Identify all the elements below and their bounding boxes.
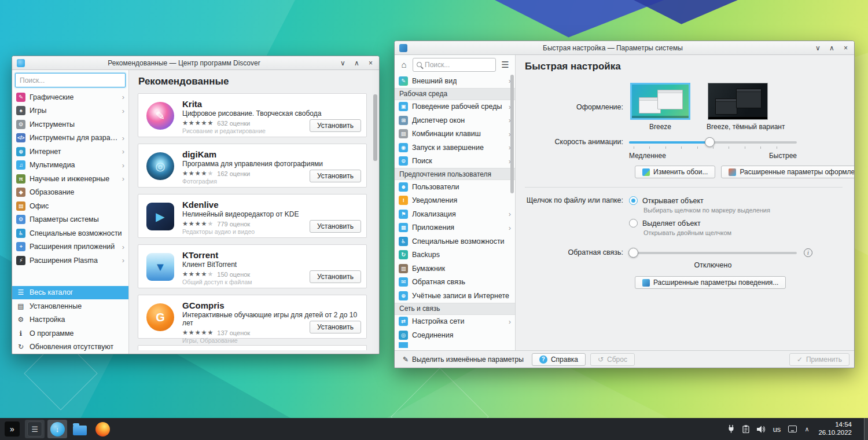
settings-sidebar-item[interactable]: ▣Поведение рабочей среды› — [395, 100, 515, 114]
theme-breeze-dark-preview — [708, 83, 768, 120]
app-launcher-button[interactable]: » — [2, 420, 22, 438]
close-button[interactable]: × — [842, 42, 849, 54]
settings-sidebar-item[interactable]: ◉Запуск и завершение› — [395, 141, 515, 155]
taskbar-system-settings-task[interactable]: ☰ — [25, 420, 45, 438]
install-button[interactable]: Установить — [310, 119, 361, 132]
app-card[interactable]: ◎digiKamПрограмма для управления фотогра… — [138, 144, 367, 188]
settings-sidebar-item[interactable]: ◎Соединения — [395, 328, 515, 342]
discover-category-item[interactable]: ▤Офис — [12, 199, 128, 213]
app-card[interactable]: GGComprisИнтерактивные обучающие игры дл… — [138, 295, 367, 339]
settings-sidebar-item[interactable]: ▥Бумажник — [395, 262, 515, 276]
taskbar-firefox-task[interactable] — [93, 420, 112, 438]
app-description: Цифровое рисование. Творческая свобода — [182, 109, 359, 118]
discover-category-item[interactable]: ✎Графические› — [12, 90, 128, 104]
settings-sidebar-item[interactable]: ⊕Учётные записи в Интернете — [395, 289, 515, 303]
keyboard-layout-indicator[interactable]: us — [773, 425, 781, 434]
maximize-button[interactable]: ∧ — [828, 42, 836, 54]
app-card[interactable]: ▶KdenliveНелинейный видеоредактор от KDE… — [138, 194, 367, 238]
kdenlive-app-icon: ▶ — [146, 203, 174, 230]
discover-search-input[interactable] — [15, 73, 126, 87]
settings-search-field[interactable] — [413, 58, 496, 72]
discover-nav-item[interactable]: ⚙Настройка — [12, 313, 128, 327]
discover-category-item[interactable]: πНаучные и инженерные› — [12, 172, 128, 186]
discover-nav-item[interactable]: ↻Обновления отсутствуют — [12, 340, 128, 354]
close-button[interactable]: × — [367, 57, 374, 69]
apply-button[interactable]: ✓ Применить — [789, 353, 849, 366]
discover-category-item[interactable]: </>Инструменты для разработ...› — [12, 131, 128, 145]
scrollbar-thumb[interactable] — [373, 94, 377, 161]
advanced-behavior-button[interactable]: Расширенные параметры поведения... — [635, 276, 786, 289]
settings-window-title: Быстрая настройка — Параметры системы — [418, 44, 808, 52]
settings-sidebar-item[interactable]: ✉Обратная связь — [395, 276, 515, 289]
science-category-icon: π — [16, 174, 25, 184]
discover-category-item[interactable]: ♠Игры› — [12, 104, 128, 118]
app-card[interactable]: ✎KritaЦифровое рисование. Творческая сво… — [138, 93, 367, 137]
discover-category-item[interactable]: ◆Образование — [12, 186, 128, 200]
info-icon[interactable]: i — [804, 248, 812, 257]
discover-window-icon — [17, 59, 25, 67]
defaults-button[interactable]: ↺ Сброс — [590, 353, 635, 366]
theme-breeze-dark[interactable]: Breeze, тёмный вариант — [707, 83, 769, 131]
app-card[interactable]: ▼KTorrentКлиент BitTorrent★★★★★150 оцено… — [138, 244, 367, 288]
settings-sidebar-item[interactable]: !Уведомления — [395, 194, 515, 208]
settings-titlebar[interactable]: Быстрая настройка — Параметры системы ∨ … — [395, 41, 854, 55]
menu-icon[interactable]: ☰ — [499, 60, 512, 70]
settings-sidebar-item[interactable]: ▤Комбинации клавиш› — [395, 127, 515, 141]
radio-open-object[interactable]: Открывает объект — [629, 196, 770, 205]
highlight-changed-settings-button[interactable]: ✎ Выделить изменённые параметры — [399, 354, 527, 365]
discover-category-item[interactable]: ⚡Расширения Plasma› — [12, 254, 128, 267]
settings-sidebar-item[interactable]: ♿Специальные возможности — [395, 234, 515, 248]
animation-speed-slider[interactable] — [629, 137, 797, 147]
accessibility-icon: ♿ — [399, 237, 408, 246]
discover-category-item[interactable]: +Расширения приложений› — [12, 240, 128, 254]
install-button[interactable]: Установить — [310, 170, 361, 182]
settings-search-input[interactable] — [425, 61, 492, 69]
discover-nav-item[interactable]: ℹО программе — [12, 327, 128, 340]
settings-sidebar-item[interactable]: ▦Приложения› — [395, 221, 515, 235]
install-button[interactable]: Установить — [310, 321, 361, 333]
sidebar-item-label: Приложения — [412, 223, 454, 232]
settings-sidebar-scrollbar[interactable] — [510, 75, 514, 349]
theme-breeze[interactable]: Breeze — [629, 83, 692, 131]
radio-select-object[interactable]: Выделяет объект — [629, 219, 770, 228]
discover-nav-item[interactable]: ▤Установленные — [12, 299, 128, 313]
minimize-button[interactable]: ∨ — [814, 42, 822, 54]
discover-category-item[interactable]: ♿Специальные возможности — [12, 226, 128, 240]
install-button[interactable]: Установить — [310, 220, 361, 233]
volume-icon[interactable] — [757, 426, 766, 433]
discover-category-item[interactable]: ⚙Параметры системы — [12, 213, 128, 227]
help-button[interactable]: ? Справка — [532, 353, 586, 366]
feedback-slider-knob[interactable] — [628, 248, 638, 258]
settings-sidebar-item[interactable]: ☻Пользователи — [395, 180, 515, 194]
minimize-button[interactable]: ∨ — [339, 57, 347, 69]
clock[interactable]: 14:54 26.10.2022 — [818, 421, 852, 437]
taskbar-discover-task[interactable]: ↓ — [47, 420, 67, 438]
settings-sidebar-item[interactable]: ✎Внешний вид› — [395, 74, 515, 88]
discover-titlebar[interactable]: Рекомендованные — Центр программ Discove… — [12, 56, 379, 70]
display-icon[interactable] — [788, 426, 797, 432]
taskbar-file-manager-task[interactable] — [70, 420, 90, 438]
discover-category-item[interactable]: ⚙Инструменты — [12, 118, 128, 131]
discover-category-item[interactable]: ⊕Интернет› — [12, 145, 128, 159]
home-icon[interactable]: ⌂ — [398, 60, 410, 69]
change-wallpaper-button[interactable]: Изменить обои... — [635, 166, 715, 178]
maximize-button[interactable]: ∧ — [353, 57, 361, 69]
expand-tray-icon[interactable]: ∧ — [804, 426, 809, 433]
show-desktop-button[interactable] — [864, 418, 868, 440]
settings-sidebar-item[interactable]: ⚑Локализация› — [395, 207, 515, 221]
feedback-slider[interactable] — [629, 247, 797, 258]
discover-nav-item[interactable]: ☰Весь каталог — [12, 286, 128, 300]
discover-category-item[interactable]: ♫Мультимедиа› — [12, 159, 128, 173]
appearance-icon: ✎ — [399, 76, 408, 86]
discover-scrollbar[interactable] — [373, 94, 377, 350]
settings-sidebar-item[interactable]: ↻Backups — [395, 248, 515, 262]
settings-sidebar-item[interactable]: ⊞Диспетчер окон› — [395, 113, 515, 127]
scrollbar-thumb[interactable] — [510, 75, 514, 193]
animation-slider-knob[interactable] — [705, 137, 715, 147]
settings-sidebar-item[interactable]: ⊙Поиск› — [395, 155, 515, 168]
install-button[interactable]: Установить — [310, 270, 361, 283]
settings-sidebar-item[interactable]: ⇄Настройка сети› — [395, 315, 515, 329]
clipboard-icon[interactable] — [742, 425, 749, 433]
advanced-appearance-button[interactable]: Расширенные параметры оформления... — [721, 166, 854, 178]
network-icon[interactable] — [727, 425, 735, 433]
